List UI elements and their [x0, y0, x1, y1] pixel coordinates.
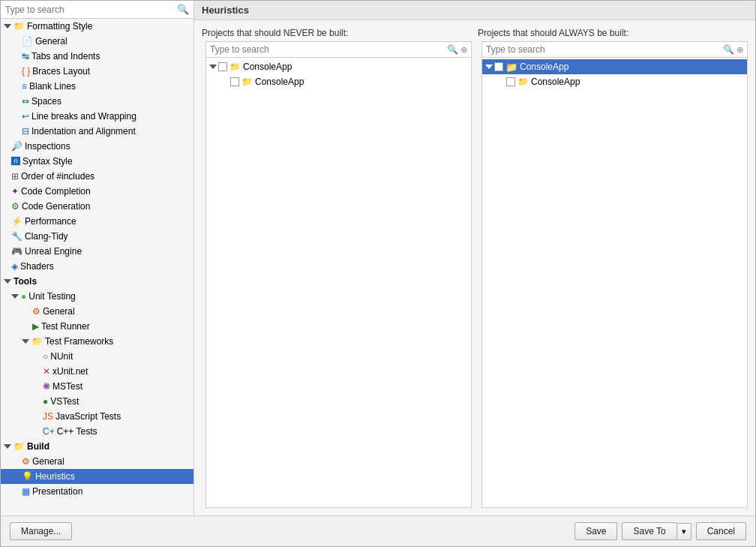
sidebar-item-unreal-engine[interactable]: 🎮 Unreal Engine	[1, 244, 194, 259]
sidebar-item-label: Tabs and Indents	[32, 51, 100, 62]
sidebar-item-label: Indentation and Alignment	[32, 126, 136, 137]
never-child-checkbox[interactable]	[230, 77, 239, 86]
never-search-icon: 🔍	[447, 44, 458, 55]
sidebar-item-order-includes[interactable]: ⊞ Order of #includes	[1, 169, 194, 184]
sidebar-item-label: Syntax Style	[22, 156, 73, 167]
unreal-icon: 🎮	[11, 246, 22, 257]
never-search-bar[interactable]: 🔍 ⊕	[206, 42, 471, 58]
never-refresh-icon[interactable]: ⊕	[460, 45, 467, 55]
sidebar-item-syntax-style[interactable]: 🅰 Syntax Style	[1, 154, 194, 169]
lines-icon: ≡	[22, 81, 27, 92]
save-to-group: Save To ▾	[622, 522, 691, 540]
cpp-icon: C+	[43, 426, 55, 437]
sidebar-item-performance[interactable]: ⚡ Performance	[1, 214, 194, 229]
main-header: Heuristics	[194, 1, 755, 20]
never-search-input[interactable]	[210, 44, 445, 55]
never-tree-child[interactable]: 📁 ConsoleApp	[206, 74, 471, 89]
expand-icon	[209, 65, 217, 69]
sidebar-tree: 📁 Formatting Style 📄 General ↹ Tabs and …	[1, 19, 194, 515]
sidebar-search-bar[interactable]: 🔍	[1, 1, 194, 19]
sidebar-item-label: Code Generation	[22, 201, 90, 212]
sidebar-search-input[interactable]	[5, 5, 174, 15]
sidebar-item-clang-tidy[interactable]: 🔧 Clang-Tidy	[1, 229, 194, 244]
sidebar-item-label: C++ Tests	[57, 426, 98, 437]
always-search-input[interactable]	[486, 44, 721, 55]
sidebar-item-label: General	[35, 36, 68, 47]
folder-icon: 📁	[242, 77, 253, 87]
never-panel: 🔍 ⊕ 📁 ConsoleApp	[206, 41, 472, 508]
sidebar-item-linebreaks[interactable]: ↩ Line breaks and Wrapping	[1, 109, 194, 124]
perf-icon: ⚡	[11, 216, 22, 227]
sidebar-item-code-completion[interactable]: ✦ Code Completion	[1, 184, 194, 199]
sidebar: 🔍 📁 Formatting Style 📄 General ↹ Tabs an…	[1, 1, 194, 515]
always-panel: 🔍 ⊕ 📁 ConsoleApp	[482, 41, 748, 508]
expand-icon	[485, 65, 493, 69]
never-root-checkbox[interactable]	[218, 62, 227, 71]
save-button[interactable]: Save	[574, 522, 617, 540]
braces-icon: { }	[22, 66, 30, 77]
sidebar-item-tabs-indents[interactable]: ↹ Tabs and Indents	[1, 49, 194, 64]
expand-icon	[4, 444, 11, 449]
sidebar-item-label: Test Frameworks	[45, 336, 113, 347]
sidebar-item-formatting-style[interactable]: 📁 Formatting Style	[1, 19, 194, 34]
settings-dialog: 🔍 📁 Formatting Style 📄 General ↹ Tabs an…	[0, 0, 756, 547]
sidebar-item-label: MSTest	[52, 381, 82, 392]
always-tree-root[interactable]: 📁 ConsoleApp	[482, 59, 747, 74]
sidebar-item-vstest[interactable]: ● VSTest	[1, 394, 194, 409]
always-panel-wrapper: Projects that should ALWAYS be built: 🔍 …	[478, 28, 748, 508]
js-icon: JS	[43, 411, 53, 422]
folder-icon: 📁	[506, 62, 518, 73]
sidebar-item-xunit[interactable]: ✕ xUnit.net	[1, 364, 194, 379]
syntax-icon: 🅰	[11, 156, 20, 167]
always-search-bar[interactable]: 🔍 ⊕	[482, 42, 747, 58]
sidebar-item-heuristics[interactable]: 💡 Heuristics	[1, 469, 194, 484]
sidebar-item-general[interactable]: 📄 General	[1, 34, 194, 49]
save-to-button[interactable]: Save To	[622, 522, 676, 540]
sidebar-item-js-tests[interactable]: JS JavaScript Tests	[1, 409, 194, 424]
sidebar-item-test-frameworks[interactable]: 📁 Test Frameworks	[1, 334, 194, 349]
sidebar-item-indentation[interactable]: ⊟ Indentation and Alignment	[1, 124, 194, 139]
sidebar-item-label: VSTest	[50, 396, 79, 407]
complete-icon: ✦	[11, 186, 19, 197]
expand-icon	[22, 339, 29, 344]
expand-icon	[4, 24, 11, 29]
sidebar-item-code-generation[interactable]: ⚙ Code Generation	[1, 199, 194, 214]
bottom-bar: Manage... Save Save To ▾ Cancel	[1, 515, 755, 546]
manage-button[interactable]: Manage...	[10, 522, 72, 540]
sidebar-section-build[interactable]: 📁 Build	[1, 439, 194, 454]
nunit-icon: ○	[43, 351, 48, 362]
never-tree-root[interactable]: 📁 ConsoleApp	[206, 59, 471, 74]
sidebar-item-label: Unit Testing	[28, 291, 75, 302]
cancel-button[interactable]: Cancel	[696, 522, 746, 540]
sidebar-item-ut-general[interactable]: ⚙ General	[1, 304, 194, 319]
sidebar-item-test-runner[interactable]: ▶ Test Runner	[1, 319, 194, 334]
sidebar-item-presentation[interactable]: ▦ Presentation	[1, 484, 194, 499]
always-tree-child[interactable]: 📁 ConsoleApp	[482, 74, 747, 89]
sidebar-item-nunit[interactable]: ○ NUnit	[1, 349, 194, 364]
wrap-icon: ↩	[22, 111, 29, 122]
sidebar-item-label: Line breaks and Wrapping	[32, 111, 136, 122]
sidebar-item-braces[interactable]: { } Braces Layout	[1, 64, 194, 79]
align-icon: ⊟	[22, 126, 29, 137]
generate-icon: ⚙	[11, 201, 20, 212]
gear-icon: ⚙	[32, 306, 40, 317]
mstest-icon: ❋	[43, 381, 50, 392]
always-refresh-icon[interactable]: ⊕	[736, 45, 743, 55]
order-icon: ⊞	[11, 171, 19, 182]
save-to-dropdown-button[interactable]: ▾	[676, 523, 692, 540]
sidebar-section-tools[interactable]: Tools	[1, 274, 194, 289]
sidebar-item-label: Code Completion	[21, 186, 91, 197]
main-area: Heuristics Projects that should NEVER be…	[194, 1, 755, 515]
always-child-checkbox[interactable]	[506, 77, 515, 86]
sidebar-item-mstest[interactable]: ❋ MSTest	[1, 379, 194, 394]
sidebar-item-blank-lines[interactable]: ≡ Blank Lines	[1, 79, 194, 94]
sidebar-item-inspections[interactable]: 🔎 Inspections	[1, 139, 194, 154]
sidebar-item-shaders[interactable]: ◈ Shaders	[1, 259, 194, 274]
always-root-checkbox[interactable]	[494, 62, 503, 71]
sidebar-item-spaces[interactable]: ⇔ Spaces	[1, 94, 194, 109]
sidebar-item-unit-testing[interactable]: ● Unit Testing	[1, 289, 194, 304]
sidebar-item-build-general[interactable]: ⚙ General	[1, 454, 194, 469]
sidebar-item-cpp-tests[interactable]: C+ C++ Tests	[1, 424, 194, 439]
sidebar-item-label: Braces Layout	[32, 66, 90, 77]
always-child-label: ConsoleApp	[531, 77, 580, 87]
